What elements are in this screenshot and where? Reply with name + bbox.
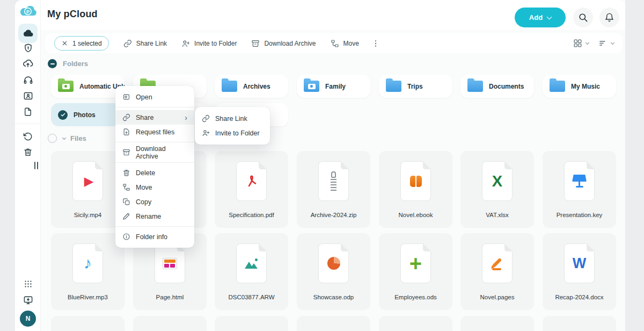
- file-tile-xlsx[interactable]: X VAT.xlsx: [460, 151, 534, 228]
- archive-icon: [251, 39, 260, 48]
- sort-button[interactable]: [598, 39, 614, 48]
- file-tile-partial[interactable]: [133, 316, 207, 331]
- menu-divider: [115, 226, 194, 227]
- cloud-upload-icon: [23, 58, 33, 69]
- menu-label: Invite to Folder: [215, 129, 260, 137]
- folders-section-header: Folders: [48, 59, 88, 68]
- zipper-icon: [331, 171, 336, 191]
- folder-tile-family[interactable]: Family: [297, 75, 370, 98]
- toolbar-download-archive[interactable]: Download Archive: [251, 39, 316, 48]
- search-icon: [578, 12, 588, 23]
- folder-tile-my-music[interactable]: My Music: [543, 75, 616, 98]
- file-name: Page.html: [133, 294, 207, 300]
- folder-tile-trips[interactable]: Trips: [379, 75, 452, 98]
- toolbar-move[interactable]: Move: [331, 39, 359, 48]
- file-tile-raw-image[interactable]: DSC03877.ARW: [215, 233, 288, 310]
- files-section-title: Files: [70, 134, 86, 142]
- person-badge-icon: [308, 84, 316, 89]
- link-icon: [122, 113, 130, 121]
- rewind-icon: [23, 132, 33, 141]
- add-button[interactable]: Add: [515, 8, 566, 27]
- trash-icon: [23, 147, 33, 157]
- file-tile-ebook[interactable]: Novel.ebook: [379, 151, 452, 228]
- file-tile-partial[interactable]: [297, 316, 370, 331]
- chevron-down-icon: [547, 14, 552, 19]
- folder-tile-photos-selected[interactable]: Photos: [51, 103, 125, 126]
- submenu-item-share-link[interactable]: Share Link: [195, 111, 270, 126]
- file-tile-ods[interactable]: + Employees.ods: [379, 233, 452, 310]
- file-tile-pages[interactable]: Novel.pages: [460, 233, 534, 310]
- toolbar-share-link[interactable]: Share Link: [123, 39, 167, 48]
- file-tile-partial[interactable]: [460, 316, 534, 331]
- menu-item-rename[interactable]: Rename: [115, 209, 194, 224]
- folder-tile-archives[interactable]: Archives: [215, 75, 288, 98]
- selected-check-icon[interactable]: [58, 110, 68, 120]
- move-icon: [122, 183, 130, 191]
- sidebar-item-trash[interactable]: [18, 142, 38, 162]
- file-tile-odp[interactable]: Showcase.odp: [297, 233, 370, 310]
- page-gutter-right: [625, 0, 644, 331]
- file-page-icon: X: [482, 161, 513, 201]
- file-tile-partial[interactable]: [51, 316, 125, 331]
- file-tile-pdf[interactable]: Specification.pdf: [215, 151, 288, 228]
- submenu-item-invite[interactable]: Invite to Folder: [195, 126, 270, 140]
- file-tile-partial[interactable]: [215, 316, 288, 331]
- select-all-files-checkbox[interactable]: [48, 134, 57, 143]
- file-tile-partial[interactable]: [543, 316, 616, 331]
- camera-badge-icon: [62, 84, 70, 89]
- file-page-icon: ♪: [72, 243, 103, 283]
- sidebar-collapse-handle[interactable]: [34, 162, 38, 169]
- music-note-icon: ♪: [84, 255, 92, 271]
- share-submenu: Share Link Invite to Folder: [195, 107, 270, 145]
- clear-selection-pill[interactable]: 1 selected: [54, 36, 109, 51]
- shared-media-icon: [23, 91, 33, 101]
- toolbar-invite[interactable]: Invite to Folder: [181, 39, 237, 48]
- menu-item-open[interactable]: Open: [115, 90, 194, 104]
- sidebar-item-documents[interactable]: [18, 102, 38, 121]
- trash-icon: [122, 169, 130, 177]
- chevron-down-icon: [586, 40, 589, 44]
- menu-item-delete[interactable]: Delete: [115, 166, 194, 180]
- file-name: Archive-2024.zip: [297, 212, 370, 218]
- file-tile-mp3[interactable]: ♪ BlueRiver.mp3: [51, 233, 125, 310]
- menu-item-move[interactable]: Move: [115, 180, 194, 195]
- invite-label: Invite to Folder: [194, 40, 237, 47]
- menu-label: Rename: [136, 213, 161, 220]
- pencil-icon: [490, 257, 504, 270]
- cloud-icon: [23, 28, 34, 39]
- file-tile-video[interactable]: ▶ Sicily.mp4: [51, 151, 125, 228]
- folder-tile-automatic-upload[interactable]: Automatic Upload: [51, 75, 125, 98]
- pcloud-logo[interactable]: P: [18, 3, 38, 19]
- folder-tile-documents[interactable]: Documents: [460, 75, 534, 98]
- user-avatar[interactable]: N: [20, 311, 36, 327]
- sidebar-item-download-app[interactable]: [18, 290, 38, 310]
- search-button[interactable]: [573, 8, 593, 27]
- chevron-down-icon[interactable]: [62, 136, 66, 140]
- toolbar-more-button[interactable]: [371, 39, 380, 48]
- close-icon: [61, 40, 68, 47]
- menu-item-copy[interactable]: Copy: [115, 195, 194, 209]
- excel-x-icon: X: [492, 174, 502, 189]
- notifications-button[interactable]: [599, 8, 619, 27]
- menu-item-folder-info[interactable]: Folder info: [115, 229, 194, 244]
- menu-item-download-archive[interactable]: Download Archive: [115, 145, 194, 160]
- submenu-arrow-icon: ›: [185, 114, 187, 121]
- file-tile-partial[interactable]: [379, 316, 452, 331]
- move-label: Move: [343, 40, 359, 47]
- blue-folder-icon: [550, 81, 565, 92]
- file-tile-keynote[interactable]: Presentation.key: [543, 151, 616, 228]
- file-tile-zip[interactable]: Archive-2024.zip: [297, 151, 370, 228]
- file-name: Showcase.odp: [297, 294, 370, 300]
- file-page-icon: [482, 243, 513, 283]
- file-page-icon: [236, 161, 267, 201]
- folder-label: Archives: [243, 83, 270, 90]
- sort-icon: [598, 39, 608, 48]
- view-mode-button[interactable]: [573, 39, 589, 48]
- download-archive-label: Download Archive: [264, 40, 316, 47]
- move-icon: [331, 39, 339, 48]
- menu-item-request-files[interactable]: Request files: [115, 125, 194, 139]
- file-tile-docx[interactable]: W Recap-2024.docx: [543, 233, 616, 310]
- menu-item-share[interactable]: Share ›: [115, 110, 194, 125]
- menu-label: Move: [136, 184, 152, 191]
- collapse-folders-button[interactable]: [48, 59, 57, 68]
